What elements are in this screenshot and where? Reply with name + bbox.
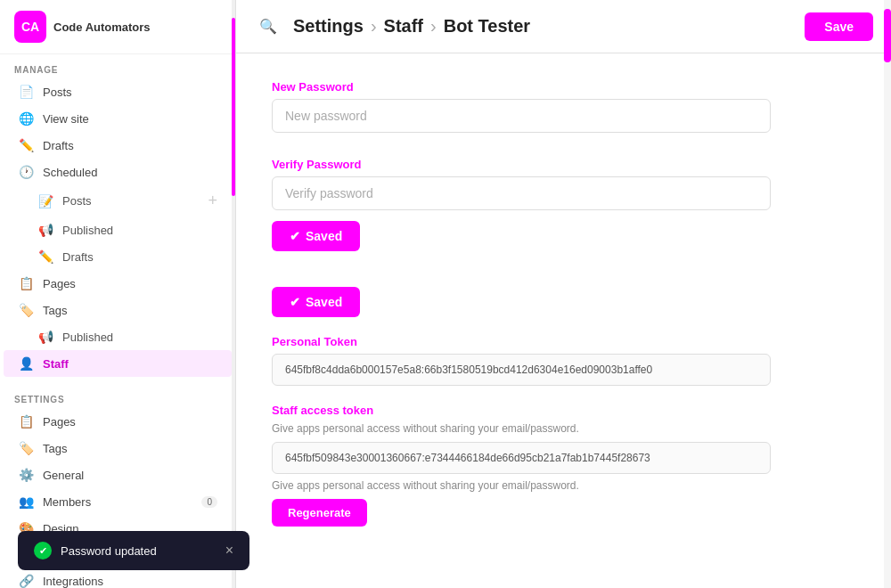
staff-token-hint: Give apps personal access without sharin…	[272, 422, 855, 435]
logo-icon: CA	[14, 11, 46, 43]
logo-text: Code Automators	[53, 20, 151, 34]
sidebar-item-posts-sub[interactable]: 📝 Posts +	[4, 185, 232, 216]
sidebar-item-label: Drafts	[62, 250, 94, 264]
new-password-input[interactable]	[272, 99, 771, 133]
sidebar-logo[interactable]: CA Code Automators	[0, 0, 235, 54]
saved-label-1: Saved	[306, 229, 342, 243]
verify-password-section: Verify Password ✔ Saved	[272, 158, 855, 251]
content-area: New Password Verify Password ✔ Saved ✔ S…	[236, 53, 891, 588]
sidebar-item-label: View site	[43, 112, 89, 126]
tags-icon: 🏷️	[18, 303, 34, 317]
verify-password-input[interactable]	[272, 176, 771, 210]
sidebar-item-label: Tags	[43, 304, 67, 317]
settings-section-label: SETTINGS	[0, 384, 235, 408]
view-site-icon: 🌐	[18, 111, 34, 126]
published-icon: 📢	[37, 223, 53, 237]
toast-close-button[interactable]: ×	[225, 543, 233, 559]
toast-notification: ✔ Password updated ×	[18, 531, 249, 570]
staff-token-input[interactable]	[285, 452, 757, 464]
integrations-icon: 🔗	[18, 574, 34, 588]
sidebar-item-label: Posts	[43, 86, 72, 99]
personal-token-section: Personal Token 645fbf8c4dda6b000157e5a8:…	[272, 335, 855, 386]
new-password-label: New Password	[272, 80, 855, 94]
right-scrollbar-thumb	[884, 9, 891, 62]
breadcrumb: Settings › Staff › Bot Tester	[293, 16, 530, 37]
personal-token-label: Personal Token	[272, 335, 855, 348]
sidebar-item-label: Tags	[43, 442, 67, 455]
staff-access-label: Staff access token	[272, 404, 855, 417]
sidebar-item-drafts-sub[interactable]: ✏️ Drafts	[4, 243, 232, 270]
sidebar-item-tags-top[interactable]: 🏷️ Tags	[4, 297, 232, 323]
sidebar-item-label: Pages	[43, 277, 76, 290]
check-icon-1: ✔	[290, 229, 300, 243]
sidebar-item-staff[interactable]: 👤 Staff	[4, 350, 232, 377]
sidebar-item-label: Pages	[43, 415, 76, 429]
sidebar-item-general[interactable]: ⚙️ General	[4, 461, 232, 488]
right-scrollbar	[884, 0, 891, 588]
toast-message: Password updated	[61, 544, 157, 558]
toast-check-icon: ✔	[34, 542, 52, 559]
scheduled-icon: 🕐	[18, 165, 34, 179]
main-panel: 🔍 Settings › Staff › Bot Tester Save New…	[236, 0, 891, 588]
general-icon: ⚙️	[18, 468, 34, 482]
save-button[interactable]: Save	[805, 12, 873, 41]
sidebar-item-label: Published	[62, 331, 113, 344]
check-icon-2: ✔	[290, 295, 300, 309]
sidebar-item-label: Published	[62, 224, 113, 237]
topbar: 🔍 Settings › Staff › Bot Tester Save	[236, 0, 891, 53]
personal-token-value: 645fbf8c4dda6b000157e5a8:66b3f1580519bcd…	[272, 354, 771, 386]
sidebar-item-members[interactable]: 👥 Members 0	[4, 488, 232, 515]
drafts-icon: ✏️	[18, 138, 34, 152]
verify-password-label: Verify Password	[272, 158, 855, 171]
pages-icon: 📋	[18, 276, 34, 290]
sidebar-item-view-site[interactable]: 🌐 View site	[4, 105, 232, 132]
sidebar-item-integrations[interactable]: 🔗 Integrations	[4, 568, 232, 588]
sidebar-scrollbar	[232, 0, 235, 588]
breadcrumb-settings[interactable]: Settings	[293, 16, 364, 37]
members-badge: 0	[201, 496, 217, 508]
search-button[interactable]: 🔍	[254, 12, 282, 41]
search-icon: 🔍	[259, 18, 277, 35]
sidebar-item-tags-s[interactable]: 🏷️ Tags	[4, 435, 232, 461]
sidebar: CA Code Automators MANAGE 📄 Posts 🌐 View…	[0, 0, 236, 588]
sidebar-item-label: General	[43, 469, 84, 482]
breadcrumb-staff[interactable]: Staff	[384, 16, 423, 37]
published-sub-icon: 📢	[37, 330, 53, 344]
sidebar-item-label: Members	[43, 495, 91, 509]
sidebar-item-scheduled-top[interactable]: 🕐 Scheduled	[4, 159, 232, 185]
staff-token-section: Staff access token Give apps personal ac…	[272, 404, 855, 527]
saved-label-2: Saved	[306, 295, 342, 309]
members-icon: 👥	[18, 494, 34, 509]
staff-token-hint2: Give apps personal access without sharin…	[272, 479, 855, 492]
saved-button-1[interactable]: ✔ Saved	[272, 221, 360, 251]
sidebar-item-label: Staff	[43, 357, 69, 371]
add-post-button[interactable]: +	[208, 192, 217, 210]
manage-section-label: MANAGE	[0, 54, 235, 78]
sidebar-item-published[interactable]: 📢 Published	[4, 216, 232, 243]
sidebar-item-pages-s[interactable]: 📋 Pages	[4, 408, 232, 435]
tags-s-icon: 🏷️	[18, 441, 34, 455]
pages-s-icon: 📋	[18, 414, 34, 429]
posts-sub-icon: 📝	[37, 194, 53, 208]
breadcrumb-sep1: ›	[371, 16, 377, 37]
sidebar-item-pages[interactable]: 📋 Pages	[4, 270, 232, 297]
regenerate-button[interactable]: Regenerate	[272, 499, 367, 527]
sidebar-item-drafts-top[interactable]: ✏️ Drafts	[4, 132, 232, 159]
staff-icon: 👤	[18, 356, 34, 371]
breadcrumb-bot-tester: Bot Tester	[444, 16, 530, 37]
sidebar-item-label: Integrations	[43, 575, 103, 588]
staff-token-value	[272, 442, 771, 474]
drafts-sub-icon: ✏️	[37, 249, 53, 264]
new-password-section: New Password	[272, 80, 855, 133]
posts-icon: 📄	[18, 85, 34, 99]
sidebar-item-label: Posts	[62, 194, 92, 208]
sidebar-item-published-sub[interactable]: 📢 Published	[4, 323, 232, 350]
sidebar-item-label: Scheduled	[43, 166, 97, 179]
saved-button-2[interactable]: ✔ Saved	[272, 287, 360, 317]
sidebar-scrollbar-thumb	[232, 18, 235, 196]
breadcrumb-sep2: ›	[430, 16, 437, 37]
sidebar-item-posts[interactable]: 📄 Posts	[4, 78, 232, 105]
sidebar-item-label: Drafts	[43, 139, 74, 152]
